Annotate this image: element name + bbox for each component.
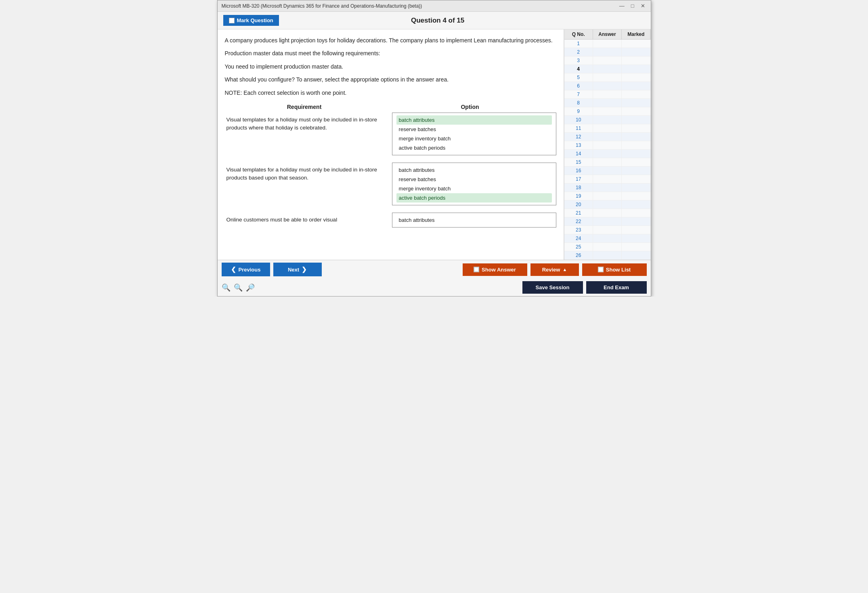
mark-question-label: Mark Question: [237, 17, 273, 23]
option-item[interactable]: batch attributes: [396, 215, 552, 225]
sidebar-answer: [593, 167, 622, 175]
sidebar-qno: 8: [564, 99, 593, 107]
sidebar-answer: [593, 158, 622, 166]
sidebar-marked: [622, 184, 650, 192]
sidebar-answer: [593, 175, 622, 183]
close-icon[interactable]: ✕: [639, 3, 647, 9]
sidebar-marked: [622, 150, 650, 158]
option-item[interactable]: merge inventory batch: [396, 184, 552, 193]
mark-question-button[interactable]: Mark Question: [223, 15, 279, 26]
option-item[interactable]: reserve batches: [396, 175, 552, 184]
maximize-icon[interactable]: □: [629, 3, 636, 9]
option-item[interactable]: active batch periods: [396, 193, 552, 203]
sidebar-row[interactable]: 18: [564, 184, 651, 192]
sidebar-row[interactable]: 12: [564, 133, 651, 141]
sidebar-row[interactable]: 15: [564, 158, 651, 167]
requirement-cell-2: Visual templates for a holiday must only…: [225, 163, 384, 186]
sidebar-row[interactable]: 23: [564, 226, 651, 234]
sidebar-qno: 9: [564, 107, 593, 115]
sidebar-answer: [593, 99, 622, 107]
sidebar-row[interactable]: 1: [564, 40, 651, 48]
show-list-checkbox-icon: [598, 267, 604, 272]
main-window: Microsoft MB-320 (Microsoft Dynamics 365…: [217, 0, 651, 296]
sidebar-marked: [622, 251, 650, 259]
sidebar-row[interactable]: 9: [564, 107, 651, 116]
requirement-cell-3: Online customers must be able to order v…: [225, 213, 384, 227]
sidebar-marked: [622, 167, 650, 175]
sidebar-qno: 22: [564, 217, 593, 226]
sidebar-marked: [622, 48, 650, 56]
sidebar-row[interactable]: 3: [564, 56, 651, 65]
sidebar-row[interactable]: 22: [564, 217, 651, 226]
sidebar-marked: [622, 234, 650, 242]
option-box-2: batch attributes reserve batches merge i…: [392, 163, 556, 205]
sidebar-qno: 7: [564, 90, 593, 98]
table-row: Online customers must be able to order v…: [225, 213, 556, 228]
option-box-1: batch attributes reserve batches merge i…: [392, 113, 556, 155]
sidebar-row[interactable]: 14: [564, 150, 651, 158]
minimize-icon[interactable]: —: [618, 3, 626, 9]
window-title: Microsoft MB-320 (Microsoft Dynamics 365…: [222, 3, 422, 9]
sidebar-row[interactable]: 24: [564, 234, 651, 243]
sidebar-col-marked: Marked: [622, 29, 650, 39]
option-item[interactable]: merge inventory batch: [396, 134, 552, 143]
arrow-right-icon: ❯: [302, 266, 307, 273]
sidebar-answer: [593, 200, 622, 209]
sidebar-marked: [622, 82, 650, 90]
sidebar-answer: [593, 73, 622, 81]
sidebar-answer: [593, 226, 622, 234]
previous-label: Previous: [239, 267, 261, 273]
sidebar-marked: [622, 124, 650, 132]
sidebar-row[interactable]: 13: [564, 141, 651, 150]
sidebar-row[interactable]: 21: [564, 209, 651, 217]
option-item[interactable]: active batch periods: [396, 143, 552, 152]
sidebar-row[interactable]: 26: [564, 251, 651, 260]
sidebar-qno: 12: [564, 133, 593, 141]
option-item[interactable]: reserve batches: [396, 125, 552, 134]
next-button[interactable]: Next ❯: [273, 263, 322, 276]
sidebar-row[interactable]: 20: [564, 200, 651, 209]
col-option-header: Option: [384, 104, 556, 110]
review-button[interactable]: Review ▲: [530, 263, 579, 276]
sidebar-row[interactable]: 4: [564, 65, 651, 73]
show-answer-label: Show Answer: [482, 267, 516, 273]
option-cell-2: batch attributes reserve batches merge i…: [392, 163, 556, 205]
sidebar-row[interactable]: 5: [564, 73, 651, 82]
zoom-reset-icon[interactable]: 🔍: [234, 283, 243, 292]
sidebar-marked: [622, 65, 650, 73]
sidebar-row[interactable]: 25: [564, 243, 651, 251]
zoom-out-icon[interactable]: 🔎: [246, 283, 255, 292]
bottom-row-1: ❮ Previous Next ❯ Show Answer Review ▲ S…: [218, 260, 651, 279]
sidebar-answer: [593, 82, 622, 90]
sidebar-row[interactable]: 17: [564, 175, 651, 184]
zoom-in-icon[interactable]: 🔍: [222, 283, 231, 292]
sidebar-answer: [593, 192, 622, 200]
sidebar-answer: [593, 184, 622, 192]
sidebar-row[interactable]: 7: [564, 90, 651, 99]
sidebar-row[interactable]: 11: [564, 124, 651, 133]
sidebar-row[interactable]: 8: [564, 99, 651, 107]
review-label: Review: [542, 267, 560, 273]
option-item[interactable]: batch attributes: [396, 165, 552, 175]
sidebar-row[interactable]: 10: [564, 116, 651, 124]
sidebar-answer: [593, 133, 622, 141]
sidebar-row[interactable]: 16: [564, 167, 651, 175]
toolbar: Mark Question Question 4 of 15: [218, 12, 651, 29]
previous-button[interactable]: ❮ Previous: [222, 263, 270, 276]
bottom-bar: ❮ Previous Next ❯ Show Answer Review ▲ S…: [218, 260, 651, 296]
sidebar-marked: [622, 217, 650, 226]
save-session-button[interactable]: Save Session: [522, 281, 583, 294]
option-box-3: batch attributes: [392, 213, 556, 228]
end-exam-button[interactable]: End Exam: [586, 281, 647, 294]
sidebar-answer: [593, 56, 622, 65]
sidebar-answer: [593, 209, 622, 217]
sidebar-qno: 17: [564, 175, 593, 183]
option-item[interactable]: batch attributes: [396, 115, 552, 125]
sidebar-row[interactable]: 19: [564, 192, 651, 200]
sidebar-row[interactable]: 6: [564, 82, 651, 90]
show-list-button[interactable]: Show List: [582, 263, 647, 276]
show-answer-button[interactable]: Show Answer: [463, 263, 527, 276]
review-dropdown-icon: ▲: [562, 267, 567, 272]
sidebar-marked: [622, 158, 650, 166]
sidebar-row[interactable]: 2: [564, 48, 651, 56]
